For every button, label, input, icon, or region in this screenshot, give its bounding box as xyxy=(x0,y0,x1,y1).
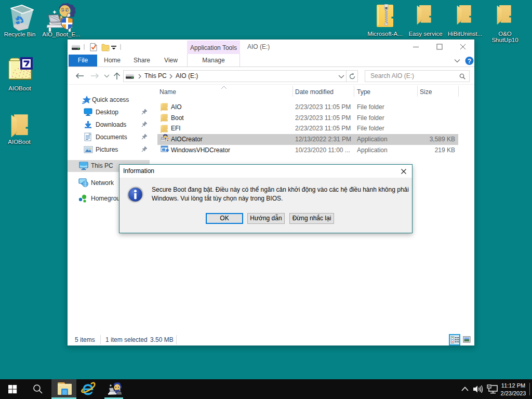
svg-text:?: ? xyxy=(468,58,471,65)
